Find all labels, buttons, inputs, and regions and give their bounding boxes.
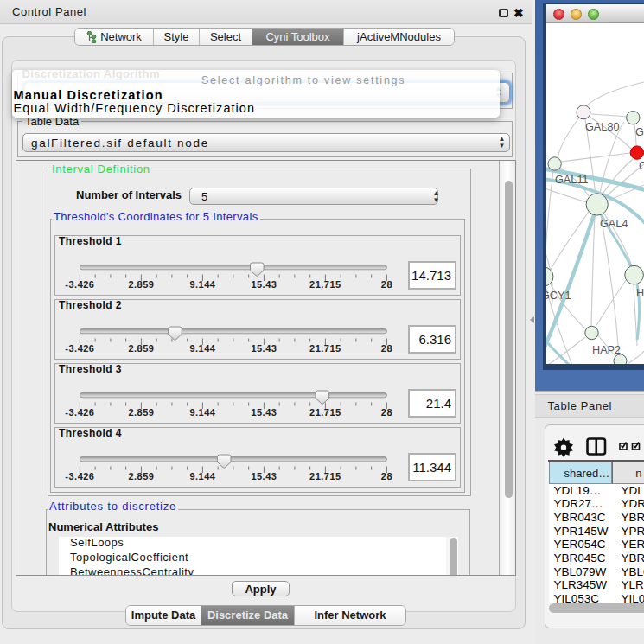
- svg-text:9.144: 9.144: [189, 471, 215, 481]
- svg-text:21.715: 21.715: [309, 407, 341, 418]
- svg-text:GAL80: GAL80: [585, 121, 620, 133]
- svg-text:-3.426: -3.426: [65, 407, 94, 418]
- svg-text:GAL4: GAL4: [600, 218, 628, 230]
- svg-text:2.859: 2.859: [128, 343, 154, 354]
- svg-text:GCY1: GCY1: [546, 290, 571, 302]
- svg-text:28: 28: [381, 471, 392, 481]
- svg-text:9.144: 9.144: [189, 279, 215, 290]
- svg-text:GAL11: GAL11: [555, 174, 589, 186]
- svg-text:H: H: [636, 287, 644, 299]
- svg-text:28: 28: [381, 279, 392, 290]
- svg-text:9.144: 9.144: [189, 343, 215, 354]
- svg-text:15.43: 15.43: [251, 279, 277, 290]
- svg-text:15.43: 15.43: [251, 343, 277, 354]
- svg-text:-3.426: -3.426: [65, 471, 94, 481]
- svg-text:2.859: 2.859: [128, 407, 154, 418]
- svg-text:2.859: 2.859: [128, 471, 154, 481]
- svg-text:21.715: 21.715: [309, 471, 341, 481]
- svg-text:15.43: 15.43: [251, 471, 277, 481]
- svg-text:C: C: [639, 160, 644, 172]
- svg-text:15.43: 15.43: [251, 407, 277, 418]
- svg-text:21.715: 21.715: [309, 343, 341, 354]
- svg-text:G.: G.: [635, 126, 644, 138]
- svg-text:HAP2: HAP2: [592, 344, 621, 356]
- svg-text:2.859: 2.859: [128, 279, 154, 290]
- svg-text:-3.426: -3.426: [65, 279, 94, 290]
- svg-text:9.144: 9.144: [189, 407, 215, 418]
- svg-text:21.715: 21.715: [309, 279, 341, 290]
- svg-text:28: 28: [381, 407, 392, 418]
- svg-text:28: 28: [381, 343, 392, 354]
- svg-text:-3.426: -3.426: [65, 343, 94, 354]
